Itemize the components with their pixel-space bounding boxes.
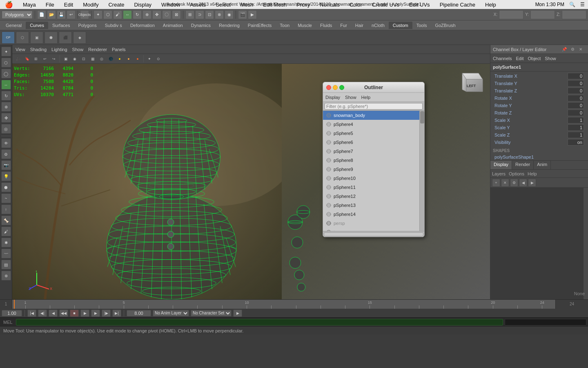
y-field[interactable]: [530, 10, 555, 19]
search-icon[interactable]: 🔍: [569, 2, 575, 7]
command-input[interactable]: [16, 319, 503, 325]
shelf-btn-4[interactable]: ⬛: [59, 31, 72, 44]
layer-tab-display[interactable]: Display: [490, 161, 512, 169]
outliner-show-menu[interactable]: Show: [345, 95, 356, 100]
layer-delete-btn[interactable]: ✕: [501, 179, 509, 187]
layer-layers-menu[interactable]: Layers: [492, 171, 506, 176]
rp-object-menu[interactable]: Object: [528, 56, 541, 61]
move-tool-btn[interactable]: ↔: [123, 10, 132, 19]
shelf-btn-1[interactable]: ⬡: [16, 31, 29, 44]
new-scene-btn[interactable]: 📄: [37, 10, 46, 19]
outliner-item[interactable]: persp: [323, 219, 424, 228]
channel-scale-x[interactable]: Scale X 1: [493, 117, 586, 124]
menu-create[interactable]: Create: [107, 1, 126, 9]
shelf-cp[interactable]: CP: [2, 31, 15, 44]
tab-dynamics[interactable]: Dynamics: [187, 22, 215, 29]
soft-modification-btn[interactable]: ◎: [1, 124, 11, 134]
outliner-item[interactable]: pSphere13: [323, 201, 424, 210]
vp-ambient-occlusion-btn[interactable]: ◎: [98, 55, 106, 63]
deform-side-btn[interactable]: ↑: [1, 204, 11, 214]
rp-pin-btn[interactable]: 📌: [561, 46, 568, 53]
outliner-scroll-thumb[interactable]: [420, 111, 424, 123]
layer-options-menu[interactable]: Options: [509, 171, 524, 176]
outliner-help-menu[interactable]: Help: [361, 95, 371, 100]
menu-maya[interactable]: Maya: [21, 1, 38, 9]
outliner-item[interactable]: snowman_body: [323, 111, 424, 120]
menu-display[interactable]: Display: [132, 1, 153, 9]
save-scene-btn[interactable]: 💾: [57, 10, 66, 19]
tab-gozbrush[interactable]: GoZBrush: [431, 22, 459, 29]
step-forward-key-btn[interactable]: |▶: [102, 310, 111, 317]
play-back-btn[interactable]: ◀◀: [59, 310, 68, 317]
rotate-tool-btn[interactable]: ↻: [133, 10, 142, 19]
outliner-minimize-btn[interactable]: [333, 85, 338, 90]
jump-to-end-btn[interactable]: ▶|: [112, 310, 121, 317]
paint-side-btn[interactable]: 🖌: [1, 227, 11, 236]
vp-shading-textured-btn[interactable]: ▦: [89, 55, 97, 63]
vp-camera-btn[interactable]: 🎥: [14, 55, 22, 63]
scale-tool-side-btn[interactable]: ⊕: [1, 102, 11, 112]
vp-select-mode-btn[interactable]: ✦: [145, 55, 154, 63]
camera-side-btn[interactable]: 📷: [1, 160, 11, 170]
vp-redo-cam-btn[interactable]: ↪: [50, 55, 58, 63]
snap-live-btn[interactable]: ◉: [225, 10, 234, 19]
outliner-item[interactable]: pSphere11: [323, 183, 424, 192]
channel-translate-z[interactable]: Translate Z 0: [493, 87, 586, 94]
menu-help[interactable]: Help: [483, 1, 498, 9]
outliner-item[interactable]: pSphere12: [323, 192, 424, 201]
vp-menu-lighting[interactable]: Lighting: [51, 47, 67, 52]
menu-pipeline-cache[interactable]: Pipeline Cache: [438, 1, 477, 9]
shelf-btn-2[interactable]: ▣: [30, 31, 43, 44]
tab-muscle[interactable]: Muscle: [294, 22, 316, 29]
rotate-tool-side-btn[interactable]: ↻: [1, 91, 11, 101]
universal-manip-btn[interactable]: ✤: [1, 113, 11, 123]
vp-menu-shading[interactable]: Shading: [30, 47, 47, 52]
channel-rotate-x[interactable]: Rotate X 0: [493, 94, 586, 102]
char-set-arrow-btn[interactable]: ▶: [233, 310, 242, 317]
outliner-item[interactable]: pSphere10: [323, 174, 424, 183]
vp-menu-view[interactable]: View: [16, 47, 25, 52]
outliner-maximize-btn[interactable]: [339, 85, 344, 90]
apple-menu[interactable]: 🍎: [3, 0, 15, 9]
vp-light3-btn[interactable]: ●: [134, 55, 142, 63]
vp-undo-cam-btn[interactable]: ↩: [41, 55, 49, 63]
shape-item[interactable]: polySurfaceShape1: [490, 154, 588, 160]
layer-scroll-left-btn[interactable]: ◀: [519, 179, 527, 187]
open-scene-btn[interactable]: 📂: [47, 10, 56, 19]
geo-side-btn[interactable]: ⬢: [1, 182, 11, 192]
lasso-mode-btn[interactable]: ⬡: [1, 58, 11, 67]
menu-edit[interactable]: Edit: [62, 1, 75, 9]
scale-tool-btn[interactable]: ⊕: [143, 10, 151, 19]
current-time-field[interactable]: [2, 310, 22, 316]
tab-curves[interactable]: Curves: [26, 22, 48, 29]
snap-surface-btn[interactable]: ⊗: [215, 10, 224, 19]
outliner-item[interactable]: pSphere9: [323, 165, 424, 174]
outliner-search-input[interactable]: [325, 103, 423, 110]
vp-menu-panels[interactable]: Panels: [112, 47, 126, 52]
settings-icon[interactable]: ☰: [580, 2, 585, 7]
view-cube[interactable]: LEFT: [454, 67, 487, 100]
paint-select-btn[interactable]: ◯: [1, 69, 11, 79]
tab-fur[interactable]: Fur: [336, 22, 351, 29]
outliner-item[interactable]: pSphere6: [323, 138, 424, 147]
vp-shadow-btn[interactable]: 🌑: [107, 55, 115, 63]
curve-side-btn[interactable]: ~: [1, 193, 11, 203]
universal-tool-btn[interactable]: ✤: [152, 10, 161, 19]
step-back-btn[interactable]: ◀: [49, 310, 58, 317]
tab-animation[interactable]: Animation: [159, 22, 187, 29]
outliner-close-btn[interactable]: [326, 85, 331, 90]
channel-translate-x[interactable]: Translate X 0: [493, 72, 586, 80]
tab-ncloth[interactable]: nCloth: [368, 22, 389, 29]
layer-tab-render[interactable]: Render: [512, 161, 534, 169]
tab-subdivs[interactable]: Subdiv s: [101, 22, 126, 29]
select-tool-btn[interactable]: ✦: [94, 10, 102, 19]
vp-light-btn[interactable]: ●: [116, 55, 124, 63]
tab-custom[interactable]: Custom: [389, 22, 412, 29]
tab-hair[interactable]: Hair: [351, 22, 368, 29]
rp-settings-btn[interactable]: ⚙: [569, 46, 576, 53]
vp-shading-wireframe-btn[interactable]: ▣: [62, 55, 70, 63]
layer-tab-anim[interactable]: Anim: [534, 161, 551, 169]
cloth-side-btn[interactable]: ▤: [1, 260, 11, 269]
play-forward-btn[interactable]: ▶: [80, 310, 89, 317]
outliner-item[interactable]: pSphere8: [323, 156, 424, 165]
